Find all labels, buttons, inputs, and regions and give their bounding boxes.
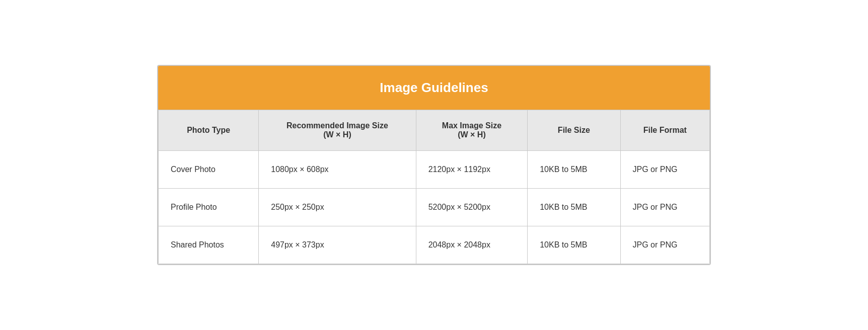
cell-photo_type: Cover Photo <box>159 151 259 189</box>
table-row: Profile Photo250px × 250px5200px × 5200p… <box>159 189 710 226</box>
cell-recommended: 250px × 250px <box>259 189 416 226</box>
table-header-row: Photo Type Recommended Image Size (W × H… <box>159 110 710 151</box>
cell-photo_type: Shared Photos <box>159 226 259 264</box>
table-header: Image Guidelines <box>158 66 710 110</box>
cell-recommended: 1080px × 608px <box>259 151 416 189</box>
cell-max_size: 2120px × 1192px <box>416 151 528 189</box>
table-title: Image Guidelines <box>380 80 488 95</box>
col-header-file-size: File Size <box>528 110 620 151</box>
cell-file_format: JPG or PNG <box>620 189 709 226</box>
col-header-max-size: Max Image Size (W × H) <box>416 110 528 151</box>
cell-max_size: 2048px × 2048px <box>416 226 528 264</box>
cell-file_format: JPG or PNG <box>620 226 709 264</box>
cell-photo_type: Profile Photo <box>159 189 259 226</box>
col-header-photo-type: Photo Type <box>159 110 259 151</box>
cell-file_size: 10KB to 5MB <box>528 189 620 226</box>
col-header-file-format: File Format <box>620 110 709 151</box>
table-row: Cover Photo1080px × 608px2120px × 1192px… <box>159 151 710 189</box>
col-header-recommended: Recommended Image Size (W × H) <box>259 110 416 151</box>
guidelines-table: Photo Type Recommended Image Size (W × H… <box>158 110 710 264</box>
cell-max_size: 5200px × 5200px <box>416 189 528 226</box>
table-body: Cover Photo1080px × 608px2120px × 1192px… <box>159 151 710 264</box>
cell-recommended: 497px × 373px <box>259 226 416 264</box>
cell-file_size: 10KB to 5MB <box>528 151 620 189</box>
cell-file_format: JPG or PNG <box>620 151 709 189</box>
image-guidelines-table: Image Guidelines Photo Type Recommended … <box>157 65 711 265</box>
cell-file_size: 10KB to 5MB <box>528 226 620 264</box>
table-row: Shared Photos497px × 373px2048px × 2048p… <box>159 226 710 264</box>
